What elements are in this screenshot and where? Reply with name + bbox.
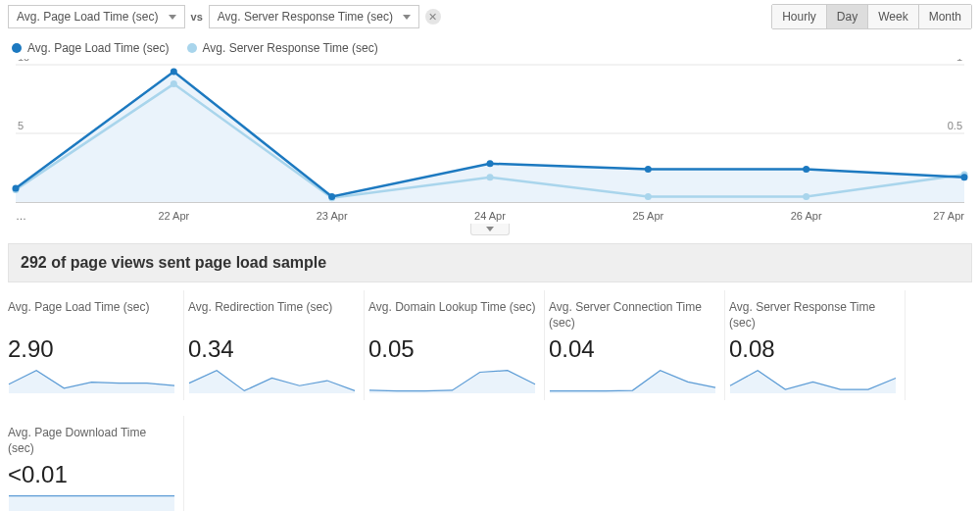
svg-text:23 Apr: 23 Apr (317, 210, 348, 222)
granularity-day[interactable]: Day (826, 5, 867, 28)
metric-value: 0.08 (729, 335, 897, 363)
metric-title: Avg. Page Download Time (sec) (8, 426, 175, 457)
sparkline (368, 365, 536, 394)
svg-marker-34 (9, 496, 174, 511)
svg-point-19 (645, 166, 652, 173)
metric-card[interactable]: Avg. Page Load Time (sec) 2.90 (4, 290, 184, 400)
svg-point-16 (171, 69, 177, 76)
svg-point-20 (803, 166, 809, 173)
metric-value: 2.90 (8, 335, 175, 363)
primary-metric-label: Avg. Page Load Time (sec) (17, 10, 159, 24)
metric-value: 0.34 (188, 335, 356, 363)
sparkline (8, 365, 175, 394)
primary-metric-selector[interactable]: Avg. Page Load Time (sec) (8, 5, 185, 28)
sparkline (8, 490, 175, 511)
svg-text:…: … (16, 210, 26, 222)
main-chart[interactable]: 50.5101…22 Apr23 Apr24 Apr25 Apr26 Apr27… (0, 59, 980, 226)
svg-point-17 (328, 193, 335, 200)
metric-card[interactable]: Avg. Page Download Time (sec) <0.01 (4, 416, 184, 511)
caret-down-icon (403, 15, 411, 20)
svg-text:0.5: 0.5 (948, 120, 962, 131)
metric-title: Avg. Domain Lookup Time (sec) (368, 300, 536, 332)
metric-card[interactable]: Avg. Server Response Time (sec) 0.08 (725, 290, 906, 400)
metrics-grid: Avg. Page Load Time (sec) 2.90 Avg. Redi… (0, 290, 980, 511)
legend-primary-label: Avg. Page Load Time (sec) (27, 41, 170, 55)
svg-text:10: 10 (18, 59, 29, 63)
legend-item-primary: Avg. Page Load Time (sec) (12, 41, 170, 55)
close-icon: ✕ (428, 11, 437, 24)
vs-label: vs (191, 11, 203, 23)
svg-text:22 Apr: 22 Apr (158, 210, 189, 222)
granularity-month[interactable]: Month (918, 5, 971, 28)
summary-bar: 292 of page views sent page load sample (8, 243, 972, 282)
metric-title: Avg. Page Load Time (sec) (8, 300, 175, 332)
metric-value: 0.04 (549, 335, 716, 363)
granularity-week[interactable]: Week (867, 5, 917, 28)
metric-card[interactable]: Avg. Server Connection Time (sec) 0.04 (545, 290, 725, 400)
svg-text:27 Apr: 27 Apr (933, 210, 964, 222)
legend-secondary-label: Avg. Server Response Time (sec) (203, 41, 378, 55)
svg-marker-7 (16, 72, 964, 202)
svg-point-18 (487, 160, 494, 167)
metric-title: Avg. Redirection Time (sec) (188, 300, 356, 332)
secondary-metric-label: Avg. Server Response Time (sec) (218, 10, 393, 24)
clear-secondary-metric-button[interactable]: ✕ (425, 9, 441, 25)
legend-item-secondary: Avg. Server Response Time (sec) (187, 41, 378, 55)
svg-text:5: 5 (18, 120, 24, 131)
chevron-down-icon (486, 227, 494, 231)
svg-text:25 Apr: 25 Apr (632, 210, 663, 222)
svg-point-15 (13, 185, 20, 192)
metric-title: Avg. Server Response Time (sec) (729, 300, 897, 332)
svg-point-13 (803, 193, 809, 200)
secondary-metric-selector[interactable]: Avg. Server Response Time (sec) (209, 5, 419, 28)
caret-down-icon (169, 15, 176, 20)
legend-dot-icon (12, 43, 22, 53)
chart-legend: Avg. Page Load Time (sec) Avg. Server Re… (0, 33, 980, 59)
legend-dot-icon (187, 43, 197, 53)
granularity-hourly[interactable]: Hourly (772, 5, 826, 28)
sparkline (549, 365, 716, 394)
svg-point-11 (487, 174, 494, 180)
metric-value: 0.05 (368, 335, 536, 363)
sparkline (729, 365, 897, 394)
svg-point-9 (171, 80, 177, 87)
svg-text:26 Apr: 26 Apr (791, 210, 822, 222)
sparkline (188, 365, 356, 394)
svg-text:1: 1 (956, 59, 962, 63)
svg-point-12 (645, 193, 652, 200)
svg-text:24 Apr: 24 Apr (474, 210, 506, 222)
metric-value: <0.01 (8, 461, 175, 488)
metric-title: Avg. Server Connection Time (sec) (549, 300, 716, 332)
svg-point-21 (961, 174, 968, 180)
metric-card[interactable]: Avg. Domain Lookup Time (sec) 0.05 (365, 290, 545, 400)
time-granularity-selector: Hourly Day Week Month (771, 4, 972, 29)
metric-card[interactable]: Avg. Redirection Time (sec) 0.34 (184, 290, 365, 400)
